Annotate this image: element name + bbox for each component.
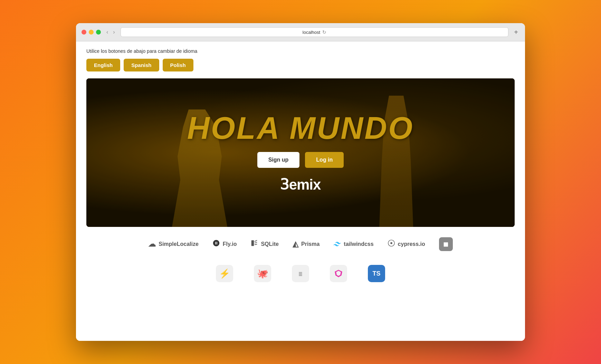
signup-button[interactable]: Sign up (257, 152, 300, 168)
prisma-label: Prisma (301, 241, 319, 247)
tech-logo-simplelocalize: ☁ SimpleLocalize (148, 240, 199, 249)
polish-button[interactable]: Polish (163, 59, 193, 71)
tech-logo-cypress: cypress.io (388, 239, 425, 249)
tech-logo-sqlite: SQLite (250, 239, 279, 249)
tech-logo-last: ◼ (439, 237, 453, 251)
faker-icon-box: ≣ (292, 265, 309, 282)
login-button[interactable]: Log in (305, 152, 344, 168)
svg-rect-0 (251, 240, 254, 246)
typescript-icon-box: TS (368, 265, 385, 282)
sqlite-label: SQLite (261, 241, 279, 247)
language-buttons: English Spanish Polish (86, 59, 515, 71)
tech-logos-row1: ☁ SimpleLocalize Fly.io (86, 227, 515, 261)
cloud-icon: ☁ (148, 240, 156, 249)
remix-r-icon: Ɛ (280, 176, 289, 193)
remix-text: emix (289, 176, 321, 193)
remix-logo: Ɛemix (280, 176, 321, 193)
simplelocalize-label: SimpleLocalize (159, 241, 199, 247)
svg-line-2 (255, 242, 257, 243)
reload-button[interactable]: ↻ (322, 29, 326, 35)
hero-title: HOLA MUNDO (187, 113, 414, 144)
remix-logo-text: Ɛemix (280, 176, 321, 193)
vitest-icon-box: ⚡ (216, 265, 233, 282)
url-bar[interactable]: localhost ↻ (121, 27, 509, 37)
tech-logo-prisma: ◭ Prisma (293, 240, 319, 249)
maximize-button[interactable] (96, 30, 101, 35)
english-button[interactable]: English (86, 59, 120, 71)
vitest-icon: ⚡ (219, 268, 230, 279)
language-instruction: Utilice los botones de abajo para cambia… (86, 48, 515, 54)
svg-point-5 (390, 242, 392, 244)
graphql-icon (334, 269, 343, 278)
close-button[interactable] (82, 30, 86, 35)
page-content: Utilice los botones de abajo para cambia… (76, 41, 525, 341)
last-icon: ◼ (439, 237, 453, 251)
url-text: localhost (303, 30, 320, 35)
tech-logos-row2: ⚡ 🐙 ≣ TS (86, 261, 515, 289)
tailwind-icon (333, 240, 341, 249)
browser-window: ‹ › localhost ↻ + Utilice los botones de… (76, 23, 525, 341)
faker-icon: ≣ (299, 270, 303, 277)
graphql-icon-box (330, 265, 347, 282)
cypress-label: cypress.io (398, 241, 425, 247)
svg-line-1 (255, 240, 257, 242)
tailwind-label: tailwindcss (344, 241, 373, 247)
prisma-icon: ◭ (293, 240, 298, 249)
minimize-button[interactable] (89, 30, 94, 35)
sqlite-icon (250, 239, 258, 249)
nav-buttons: ‹ › (105, 29, 116, 36)
forward-button[interactable]: › (112, 29, 116, 36)
svg-line-3 (255, 244, 257, 245)
browser-chrome: ‹ › localhost ↻ + (76, 23, 525, 41)
new-tab-button[interactable]: + (513, 29, 519, 36)
flyio-icon (212, 239, 220, 249)
back-button[interactable]: ‹ (105, 29, 109, 36)
cypress-icon (388, 239, 395, 249)
spanish-button[interactable]: Spanish (124, 59, 159, 71)
typescript-icon: TS (372, 270, 380, 277)
hero-buttons: Sign up Log in (257, 152, 344, 168)
msw-icon: 🐙 (257, 268, 268, 279)
msw-icon-box: 🐙 (254, 265, 271, 282)
traffic-lights (82, 30, 101, 35)
tech-logo-tailwind: tailwindcss (333, 240, 373, 249)
flyio-label: Fly.io (223, 241, 237, 247)
hero-section: HOLA MUNDO Sign up Log in Ɛemix (86, 78, 515, 227)
tech-logo-flyio: Fly.io (212, 239, 237, 249)
hero-content: HOLA MUNDO Sign up Log in Ɛemix (86, 78, 515, 227)
